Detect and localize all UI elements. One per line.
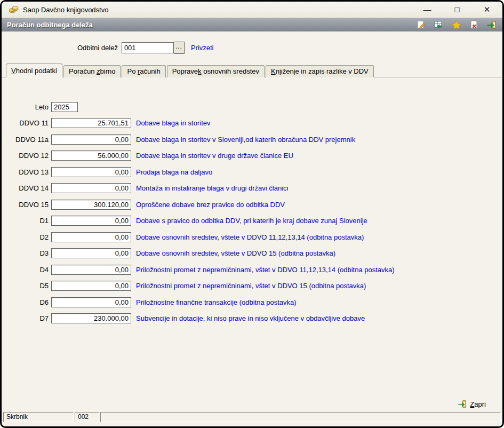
field-label-d7: D7 [2, 314, 51, 322]
status-bar: Skrbnik 002 [2, 412, 502, 422]
maximize-button[interactable]: □ [448, 2, 466, 18]
field-label-leto: Leto [2, 103, 51, 111]
form-header-bar: Poračun odbitnega deleža [2, 18, 502, 31]
field-label-ddvo-14: DDVO 14 [2, 184, 51, 192]
selector-row: Odbitni delež ... Privzeti [2, 31, 502, 64]
close-button[interactable]: ✕ [478, 2, 496, 18]
tab-knjizenje-in-zapis-razlike-v-ddv[interactable]: Knjiženje in zapis razlike v DDV [266, 65, 374, 77]
app-icon [9, 5, 19, 14]
status-empty [100, 412, 501, 422]
field-label-d5: D5 [2, 282, 51, 290]
fields: LetoDDVO 11Dobave blaga in storitevDDVO … [2, 99, 502, 327]
field-input-d4[interactable] [51, 265, 131, 275]
field-label-d4: D4 [2, 266, 51, 274]
field-row-d6: D6Priložnostne finančne transakcije (odb… [2, 294, 502, 311]
field-desc-ddvo-11a: Dobave blaga in storitev v Sloveniji,od … [136, 136, 355, 144]
field-label-ddvo-11: DDVO 11 [2, 119, 51, 127]
field-input-d7[interactable] [51, 313, 131, 323]
field-desc-d7: Subvencije in dotacije, ki niso prave in… [136, 314, 365, 322]
field-label-d1: D1 [2, 217, 51, 225]
field-row-ddvo-11: DDVO 11Dobave blaga in storitev [2, 115, 502, 132]
tab-poracun-zbirno[interactable]: Poračun zbirno [63, 65, 121, 77]
field-row-d2: D2Dobave osnovnih sredstev, vštete v DDV… [2, 229, 502, 245]
field-input-leto[interactable] [51, 102, 78, 112]
tab-content: LetoDDVO 11Dobave blaga in storitevDDVO … [2, 77, 502, 396]
exit-icon[interactable] [486, 20, 497, 30]
privzeti-link[interactable]: Privzeti [191, 44, 214, 52]
edit-icon[interactable] [416, 20, 427, 30]
window-title: Saop Davčno knjigovodstvo [23, 6, 406, 14]
zapri-exit-icon [458, 400, 467, 408]
field-desc-d3: Dobave osnovnih sredstev, vštete v DDVO … [136, 249, 335, 257]
field-desc-d2: Dobave osnovnih sredstev, vštete v DDVO … [136, 233, 364, 241]
close-document-icon[interactable] [469, 20, 479, 30]
field-row-ddvo-12: DDVO 12Dobave blaga in storitev v druge … [2, 148, 502, 164]
field-desc-d4: Priložnostni promet z nepremičninami, vš… [136, 266, 395, 274]
field-desc-ddvo-13: Prodaja blaga na daljavo [136, 168, 212, 176]
field-input-ddvo-11a[interactable] [51, 134, 131, 145]
field-row-ddvo-14: DDVO 14Montaža in instaliranje blaga v d… [2, 180, 502, 197]
field-label-d6: D6 [2, 298, 51, 306]
field-desc-d5: Priložnostni promet z nepremičninami, vš… [136, 282, 366, 290]
field-row-ddvo-13: DDVO 13Prodaja blaga na daljavo [2, 164, 502, 180]
zapri-label: Zapri [470, 400, 486, 408]
transfer-grid-icon[interactable] [434, 20, 444, 30]
field-label-ddvo-13: DDVO 13 [2, 168, 51, 176]
status-user: Skrbnik [3, 412, 74, 422]
field-row-d4: D4Priložnostni promet z nepremičninami, … [2, 261, 502, 278]
field-input-ddvo-13[interactable] [51, 167, 131, 177]
field-input-d6[interactable] [51, 297, 131, 307]
field-row-d1: D1Dobave s pravico do odbitka DDV, pri k… [2, 213, 502, 229]
field-label-ddvo-11a: DDVO 11a [2, 136, 51, 144]
tab-vhodni-podatki[interactable]: Vhodni podatki [6, 64, 62, 77]
field-input-d1[interactable] [51, 216, 131, 226]
field-input-d2[interactable] [51, 232, 131, 242]
field-input-ddvo-15[interactable] [51, 200, 131, 210]
field-input-ddvo-12[interactable] [51, 150, 131, 161]
field-desc-ddvo-11: Dobave blaga in storitev [136, 119, 210, 127]
field-desc-ddvo-14: Montaža in instaliranje blaga v drugi dr… [136, 184, 288, 192]
field-row-d5: D5Priložnostni promet z nepremičninami, … [2, 278, 502, 295]
field-desc-ddvo-12: Dobave blaga in storitev v druge države … [136, 152, 293, 160]
field-input-ddvo-11[interactable] [51, 118, 131, 128]
form-title: Poračun odbitnega deleža [7, 21, 416, 29]
favorites-star-icon[interactable] [451, 20, 462, 30]
title-bar: Saop Davčno knjigovodstvo — □ ✕ [2, 2, 502, 18]
field-input-d3[interactable] [51, 248, 131, 258]
field-input-ddvo-14[interactable] [51, 183, 131, 193]
odbitni-delez-label: Odbitni delež [77, 44, 118, 52]
tab-strip: Vhodni podatkiPoračun zbirnoPo računihPo… [2, 64, 502, 77]
field-row-d3: D3Dobave osnovnih sredstev, vštete v DDV… [2, 245, 502, 262]
field-label-ddvo-12: DDVO 12 [2, 152, 51, 160]
app-window: Saop Davčno knjigovodstvo — □ ✕ Poračun … [0, 0, 504, 428]
field-row-ddvo-15: DDVO 15Oproščene dobave brez pravice do … [2, 196, 502, 213]
field-label-d2: D2 [2, 233, 51, 241]
field-label-d3: D3 [2, 249, 51, 257]
field-desc-ddvo-15: Oproščene dobave brez pravice do odbitka… [136, 201, 285, 209]
minimize-button[interactable]: — [418, 2, 436, 18]
field-label-ddvo-15: DDVO 15 [2, 201, 51, 209]
browse-ellipsis-button[interactable]: ... [174, 42, 185, 54]
field-row-d7: D7Subvencije in dotacije, ki niso prave … [2, 311, 502, 327]
footer-bar: Zapri [2, 396, 502, 412]
field-desc-d1: Dobave s pravico do odbitka DDV, pri kat… [136, 217, 367, 225]
field-desc-d6: Priložnostne finančne transakcije (odbit… [136, 298, 297, 306]
field-row-leto: Leto [2, 99, 502, 115]
tab-popravek-osnovnih-sredstev[interactable]: Popravek osnovnih sredstev [167, 65, 265, 77]
zapri-button[interactable]: Zapri [454, 398, 490, 410]
field-row-ddvo-11a: DDVO 11aDobave blaga in storitev v Slove… [2, 131, 502, 148]
header-toolbar [416, 20, 497, 30]
status-code: 002 [75, 412, 99, 422]
field-input-d5[interactable] [51, 281, 131, 291]
tab-po-racunih[interactable]: Po računih [122, 65, 165, 77]
odbitni-delez-input[interactable] [122, 42, 174, 53]
